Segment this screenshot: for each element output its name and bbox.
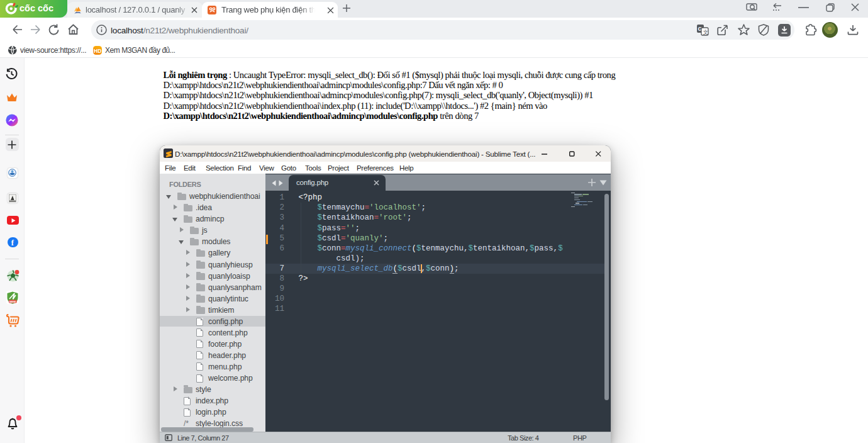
svg-text:NEW: NEW	[9, 300, 16, 303]
svg-text:文: 文	[703, 29, 709, 35]
